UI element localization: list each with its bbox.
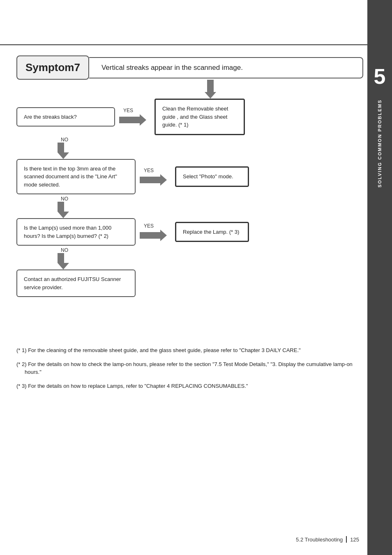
- yes-label-2: YES: [144, 168, 154, 173]
- symptom-row: Symptom7 Vertical streaks appear in the …: [16, 55, 363, 80]
- footnotes: (* 1) For the cleaning of the removable …: [12, 346, 363, 390]
- question-2: Is there text in the top 3mm area of the…: [16, 159, 136, 195]
- action-1: Clean the Removable sheet guide , and th…: [154, 99, 245, 135]
- right-arrow-2: [140, 174, 167, 186]
- final-action: Contact an authorized FUJITSU Scanner se…: [16, 269, 136, 297]
- footer-page: 125: [350, 537, 359, 543]
- q1-row: Are the streaks black? YES Clean the Rem…: [16, 99, 363, 135]
- arrow-shaft-1: [207, 80, 214, 92]
- symptom-label: Symptom7: [16, 55, 89, 80]
- no-label-2: NO: [61, 196, 68, 202]
- right-arrow-3: [140, 230, 167, 241]
- chapter-number: 5: [374, 66, 386, 87]
- q2-row: Is there text in the top 3mm area of the…: [16, 159, 363, 195]
- question-3: Is the Lamp(s) used more than 1,000 hour…: [16, 218, 136, 246]
- footnote-1: (* 1) For the cleaning of the removable …: [16, 346, 363, 355]
- sidebar-label: SOLVING COMMON PROBLEMS: [377, 99, 382, 187]
- footer-section: 5.2 Troubleshooting: [296, 537, 343, 543]
- flowchart: Symptom7 Vertical streaks appear in the …: [16, 55, 363, 297]
- question-1: Are the streaks black?: [16, 107, 115, 127]
- sidebar: 5 SOLVING COMMON PROBLEMS: [367, 0, 392, 555]
- q3-row: Is the Lamp(s) used more than 1,000 hour…: [16, 218, 363, 246]
- yes-label-3: YES: [144, 223, 154, 229]
- symptom-description: Vertical streaks appear in the scanned i…: [89, 57, 363, 78]
- no-label-1: NO: [61, 137, 68, 143]
- footnote-2: (* 2) For the details on how to check th…: [16, 360, 363, 376]
- footer-divider: [346, 536, 347, 543]
- footnote-3: (* 3) For the details on how to replace …: [16, 382, 363, 390]
- arrow-head-1: [205, 92, 216, 99]
- action-2: Select "Photo" mode.: [175, 166, 249, 187]
- top-divider: [0, 44, 367, 45]
- right-arrow-1: [119, 114, 146, 126]
- action-3: Replace the Lamp. (* 3): [175, 222, 249, 242]
- no-label-3: NO: [61, 247, 68, 253]
- main-content: Symptom7 Vertical streaks appear in the …: [12, 47, 363, 555]
- page-footer: 5.2 Troubleshooting 125: [296, 536, 359, 543]
- yes-label-1: YES: [123, 108, 133, 113]
